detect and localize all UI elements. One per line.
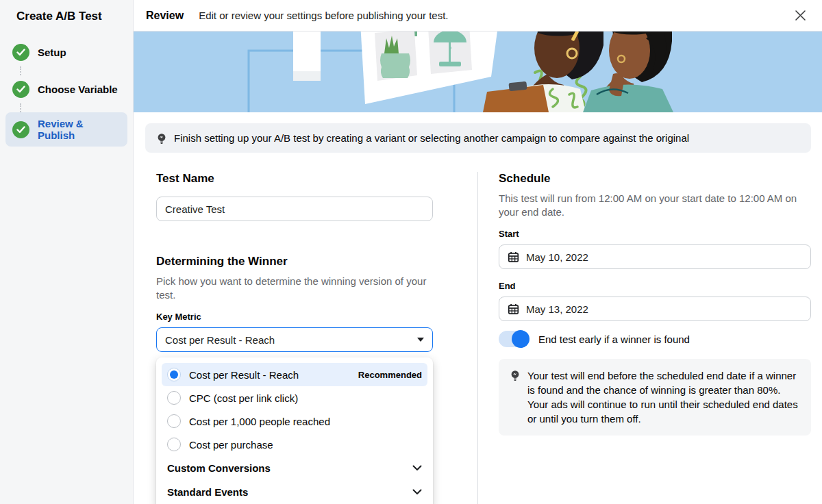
sidebar-step-setup[interactable]: Setup xyxy=(5,38,127,66)
close-button[interactable] xyxy=(790,6,810,25)
lightbulb-icon xyxy=(156,133,167,144)
calendar-icon xyxy=(508,303,519,315)
check-icon xyxy=(12,44,29,61)
review-header: Review Edit or review your settings befo… xyxy=(134,0,822,32)
end-label: End xyxy=(499,281,811,291)
page-subtitle: Edit or review your settings before publ… xyxy=(199,10,448,21)
radio-icon[interactable] xyxy=(167,414,181,428)
setup-notice: Finish setting up your A/B test by creat… xyxy=(145,123,811,153)
caret-down-icon xyxy=(417,338,424,342)
determining-winner-description: Pick how you want to determine the winni… xyxy=(156,275,433,302)
early-end-note-text: Your test will end before the scheduled … xyxy=(527,368,800,426)
radio-icon[interactable] xyxy=(167,438,181,451)
step-connector xyxy=(20,66,127,75)
test-name-input[interactable] xyxy=(156,197,433,221)
end-test-early-toggle[interactable] xyxy=(499,331,529,347)
radio-icon[interactable] xyxy=(167,368,181,381)
check-icon xyxy=(12,121,29,138)
group-custom-conversions[interactable]: Custom Conversions xyxy=(162,456,427,480)
determining-winner-heading: Determining the Winner xyxy=(156,255,433,268)
banner-illustration xyxy=(134,32,822,112)
create-ab-test-window: Create A/B Test Setup Choose Variable Re… xyxy=(0,0,822,504)
early-end-note: Your test will end before the scheduled … xyxy=(499,359,811,436)
check-icon xyxy=(12,81,29,98)
sidebar-step-choose-variable[interactable]: Choose Variable xyxy=(5,75,127,103)
start-date-input[interactable]: May 10, 2022 xyxy=(499,244,811,269)
radio-icon[interactable] xyxy=(167,391,181,405)
schedule-heading: Schedule xyxy=(499,172,811,186)
metric-option-cost-per-result-reach[interactable]: Cost per Result - Reach Recommended xyxy=(162,363,427,386)
test-name-heading: Test Name xyxy=(156,172,433,186)
chevron-down-icon xyxy=(412,489,422,495)
calendar-icon xyxy=(508,251,519,263)
close-icon xyxy=(795,10,806,21)
metric-option-cpc[interactable]: CPC (cost per link click) xyxy=(162,386,427,410)
metric-option-cost-per-1000-reached[interactable]: Cost per 1,000 people reached xyxy=(162,410,427,433)
lightbulb-icon xyxy=(510,370,521,381)
column-divider xyxy=(477,172,478,504)
sidebar-step-label: Choose Variable xyxy=(38,84,118,95)
metric-option-cost-per-purchase[interactable]: Cost per purchase xyxy=(162,433,427,456)
key-metric-dropdown: Cost per Result - Reach Recommended CPC … xyxy=(156,357,433,504)
notice-text: Finish setting up your A/B test by creat… xyxy=(174,132,689,144)
end-date-value: May 13, 2022 xyxy=(526,303,588,315)
group-standard-events[interactable]: Standard Events xyxy=(162,480,427,504)
key-metric-selected-value: Cost per Result - Reach xyxy=(165,334,275,346)
sidebar-title: Create A/B Test xyxy=(5,10,127,38)
wizard-sidebar: Create A/B Test Setup Choose Variable Re… xyxy=(0,0,134,504)
banner xyxy=(134,32,822,112)
end-date-input[interactable]: May 13, 2022 xyxy=(499,297,811,321)
end-test-early-label: End test early if a winner is found xyxy=(538,333,690,345)
step-connector xyxy=(20,103,127,112)
sidebar-step-review-publish[interactable]: Review & Publish xyxy=(5,112,127,147)
start-date-value: May 10, 2022 xyxy=(526,251,588,263)
schedule-description: This test will run from 12:00 AM on your… xyxy=(499,192,811,219)
review-content: Finish setting up your A/B test by creat… xyxy=(134,112,822,504)
recommended-badge: Recommended xyxy=(358,370,422,380)
toggle-knob xyxy=(512,330,530,348)
key-metric-label: Key Metric xyxy=(156,312,433,322)
page-title: Review xyxy=(146,10,184,22)
start-label: Start xyxy=(499,229,811,239)
chevron-down-icon xyxy=(412,465,422,471)
main-panel: Review Edit or review your settings befo… xyxy=(134,0,822,504)
sidebar-step-label: Setup xyxy=(38,47,66,58)
sidebar-step-label: Review & Publish xyxy=(38,118,121,141)
key-metric-select[interactable]: Cost per Result - Reach xyxy=(156,327,433,352)
